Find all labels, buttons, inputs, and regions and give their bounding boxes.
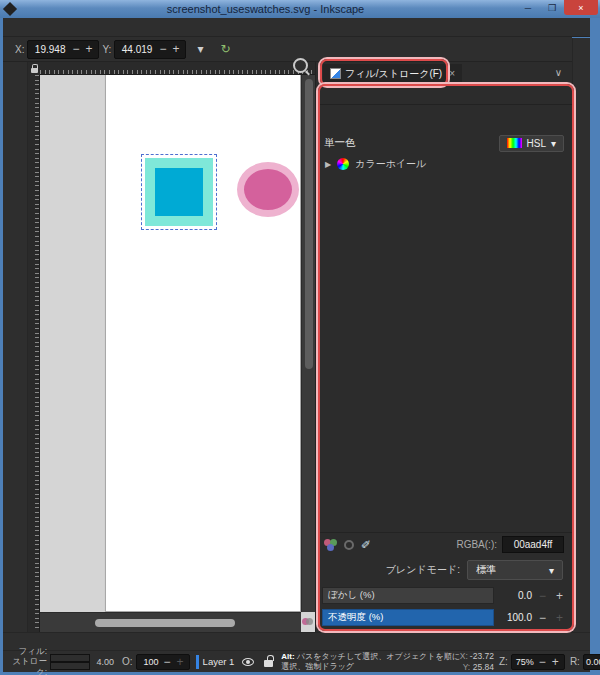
close-button[interactable]: ×	[564, 0, 598, 15]
color-wheel-icon	[337, 158, 349, 170]
dock-header: フィル/ストローク(F) × ∨	[316, 62, 572, 86]
status-hint: Alt: パスをタッチして選択、オブジェクトを順に 選択、強制ドラッグ	[281, 652, 460, 672]
rotation-label: R:	[570, 656, 580, 667]
zoom-input[interactable]: 75% − +	[511, 654, 565, 670]
flat-color-label: 単一色	[324, 136, 356, 150]
ruler-lock-icon[interactable]	[28, 62, 40, 75]
blend-mode-value: 標準	[476, 563, 496, 577]
blur-increment-button[interactable]: +	[553, 590, 566, 602]
blur-decrement-button[interactable]: −	[536, 590, 549, 602]
canvas[interactable]	[40, 75, 315, 632]
layer-visibility-icon[interactable]	[242, 658, 254, 666]
dock-chevron-icon[interactable]: ∨	[555, 67, 562, 78]
minimize-button[interactable]: ─	[516, 0, 540, 15]
opacity-slider[interactable]: 不透明度 (%)	[322, 609, 494, 626]
opacity-status-label: O:	[122, 656, 133, 667]
rotation-input[interactable]: 0.00° − +	[583, 654, 600, 670]
dialog-tab-title: フィル/ストローク(F)	[345, 67, 442, 81]
blur-value: 0.0	[498, 590, 532, 601]
color-space-icon	[507, 138, 522, 148]
selection-box[interactable]	[141, 154, 217, 230]
tool-box	[3, 62, 28, 632]
y-increment-button[interactable]: +	[169, 43, 182, 55]
color-management-icon[interactable]	[302, 616, 314, 628]
y-coordinate-value: 44.019	[118, 44, 156, 55]
opacity-increment-button[interactable]: +	[553, 612, 566, 624]
opacity-dec-button[interactable]: −	[161, 656, 174, 668]
picker-tools-row: ✐ RGBA(:): 00aad4ff	[316, 532, 572, 556]
vertical-ruler	[28, 75, 40, 632]
fill-stroke-tab-icon	[330, 68, 341, 79]
pointer-coordinates: X:-23.72 Y:25.84	[460, 651, 494, 672]
color-wheel-label: カラーホイール	[355, 157, 426, 171]
gray-circle-icon[interactable]	[344, 540, 354, 550]
commands-bar	[572, 38, 590, 632]
horizontal-ruler	[40, 62, 315, 75]
opacity-inc-button[interactable]: +	[174, 656, 187, 668]
menu-bar	[3, 18, 590, 37]
y-coordinate-label: Y:	[102, 44, 111, 55]
expander-icon: ▶	[325, 160, 331, 169]
dialog-tab[interactable]: フィル/ストローク(F) ×	[323, 64, 462, 85]
blur-slider[interactable]: ぼかし (%)	[322, 587, 494, 604]
stroke-width-value: 4.00	[90, 657, 114, 667]
rgba-input[interactable]: 00aad4ff	[502, 536, 564, 553]
layer-color-bar	[196, 655, 199, 669]
status-stroke-swatch[interactable]	[50, 662, 90, 670]
x-decrement-button[interactable]: −	[69, 43, 82, 55]
layer-selector[interactable]: Layer 1	[203, 656, 235, 667]
x-coordinate-input[interactable]: 19.948 − +	[27, 40, 99, 59]
blur-label: ぼかし (%)	[328, 589, 375, 602]
color-space-value: HSL	[527, 138, 546, 149]
zoom-dec-button[interactable]: −	[536, 656, 549, 668]
toolbar-overflow-icon[interactable]: ▾	[189, 39, 211, 59]
dialog-subtabs	[316, 86, 572, 105]
rgb-circles-icon[interactable]	[324, 539, 337, 551]
rgba-label: RGBA(:):	[456, 539, 497, 550]
blend-mode-label: ブレンドモード:	[386, 563, 460, 577]
x-increment-button[interactable]: +	[82, 43, 95, 55]
vertical-scrollbar[interactable]	[301, 75, 315, 612]
vertical-scrollbar-thumb[interactable]	[305, 79, 313, 369]
fill-label: フィル:	[3, 646, 47, 656]
object-opacity-value: 100	[139, 657, 161, 667]
zoom-inc-button[interactable]: +	[549, 656, 562, 668]
x-coordinate-value: 19.948	[31, 44, 69, 55]
snap-toggle-icon[interactable]: ↻	[214, 39, 236, 59]
layer-lock-icon[interactable]	[264, 660, 273, 667]
color-palette	[3, 632, 590, 650]
opacity-label: 不透明度 (%)	[328, 611, 383, 624]
horizontal-scrollbar[interactable]	[40, 612, 301, 632]
title-bar: screenshot_useswatches.svg - Inkscape ─ …	[0, 0, 600, 18]
status-bar: フィル: ストローク: 4.00 O: 100 − + Layer 1 Alt:…	[3, 650, 590, 672]
stroke-label: ストローク:	[3, 656, 47, 675]
fill-stroke-dialog: フィル/ストローク(F) × ∨ 単一色 HSL ▾ ▶ カラーホイール ✐	[315, 62, 572, 632]
object-opacity-input[interactable]: 100 − +	[136, 654, 190, 670]
chevron-down-icon: ▾	[551, 138, 556, 149]
chevron-down-icon: ▾	[549, 565, 554, 576]
paint-type-row	[316, 105, 572, 131]
inkscape-window: screenshot_useswatches.svg - Inkscape ─ …	[0, 0, 600, 675]
maximize-button[interactable]: ❒	[540, 0, 564, 15]
dialog-tab-close-icon[interactable]: ×	[449, 68, 455, 79]
horizontal-scrollbar-thumb[interactable]	[95, 619, 235, 627]
zoom-label: Z:	[499, 656, 508, 667]
x-coordinate-label: X:	[15, 44, 24, 55]
rotation-value: 0.00°	[586, 657, 600, 667]
opacity-decrement-button[interactable]: −	[536, 612, 549, 624]
y-coordinate-input[interactable]: 44.019 − +	[114, 40, 186, 59]
y-decrement-button[interactable]: −	[156, 43, 169, 55]
selection-tool-controls: X: 19.948 − + Y: 44.019 − + ▾ ↻	[3, 37, 572, 62]
window-title: screenshot_useswatches.svg - Inkscape	[15, 3, 516, 15]
opacity-value: 100.0	[498, 612, 532, 623]
color-space-select[interactable]: HSL ▾	[499, 135, 564, 152]
ellipse-object[interactable]	[237, 162, 299, 217]
zoom-value: 75%	[514, 657, 536, 667]
color-wheel-expander[interactable]: ▶ カラーホイール	[316, 155, 572, 173]
magnifier-badge-icon	[293, 58, 308, 73]
blend-mode-select[interactable]: 標準 ▾	[467, 560, 563, 580]
status-fill-swatch[interactable]	[50, 654, 90, 662]
color-dropper-icon[interactable]: ✐	[361, 538, 371, 552]
